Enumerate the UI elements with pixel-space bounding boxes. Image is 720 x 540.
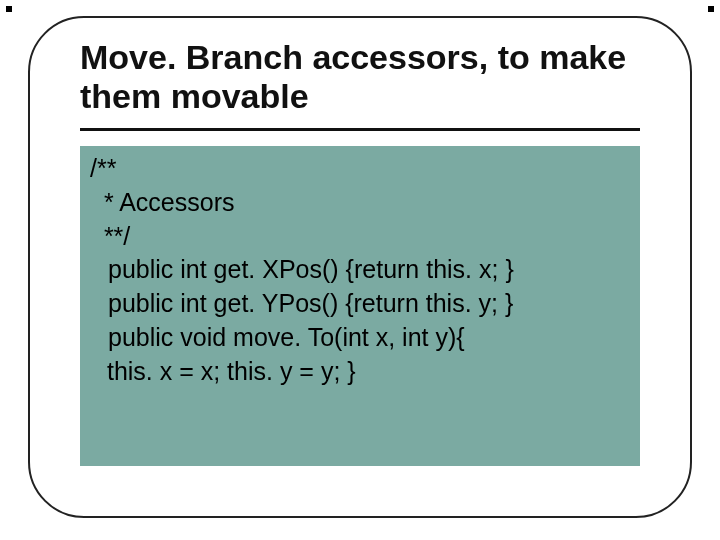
code-line: public void move. To(int x, int y){	[90, 321, 630, 355]
code-line: /**	[90, 152, 630, 186]
title-underline	[80, 128, 640, 131]
code-block: /** * Accessors **/ public int get. XPos…	[80, 146, 640, 466]
code-line: this. x = x; this. y = y; }	[90, 355, 630, 389]
slide: Move. Branch accessors, to make them mov…	[0, 0, 720, 540]
code-line: public int get. XPos() {return this. x; …	[90, 253, 630, 287]
code-line: public int get. YPos() {return this. y; …	[90, 287, 630, 321]
corner-marker-icon	[6, 6, 12, 12]
code-line: * Accessors	[90, 186, 630, 220]
corner-marker-icon	[708, 6, 714, 12]
code-line: **/	[90, 220, 630, 254]
slide-title: Move. Branch accessors, to make them mov…	[80, 38, 640, 116]
